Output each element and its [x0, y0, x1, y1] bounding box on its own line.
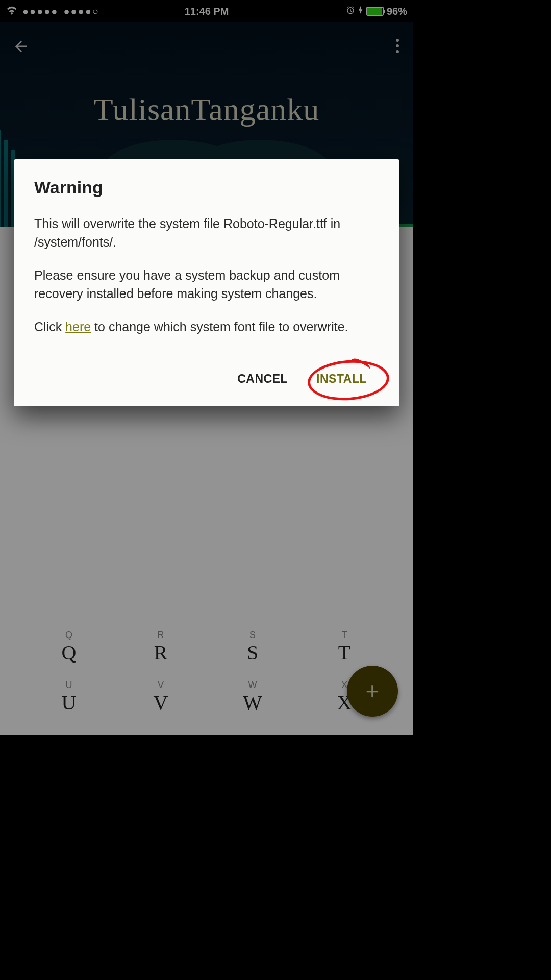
- dialog-text: to change which system font file to over…: [91, 320, 348, 334]
- dialog-title: Warning: [34, 178, 379, 198]
- change-font-link[interactable]: here: [65, 320, 91, 334]
- dialog-para-1: This will overwrite the system file Robo…: [34, 215, 379, 251]
- dialog-para-3: Click here to change which system font f…: [34, 318, 379, 336]
- dialog-actions: CANCEL INSTALL: [34, 367, 379, 391]
- dialog-text: Click: [34, 320, 65, 334]
- warning-dialog: Warning This will overwrite the system f…: [14, 159, 399, 406]
- dialog-body: This will overwrite the system file Robo…: [34, 215, 379, 336]
- dialog-para-2: Please ensure you have a system backup a…: [34, 266, 379, 303]
- cancel-button[interactable]: CANCEL: [233, 367, 292, 391]
- install-button[interactable]: INSTALL: [312, 367, 371, 391]
- screen: ●●●●● ●●●●○ 11:46 PM 96% TulisanTanganku: [0, 0, 413, 735]
